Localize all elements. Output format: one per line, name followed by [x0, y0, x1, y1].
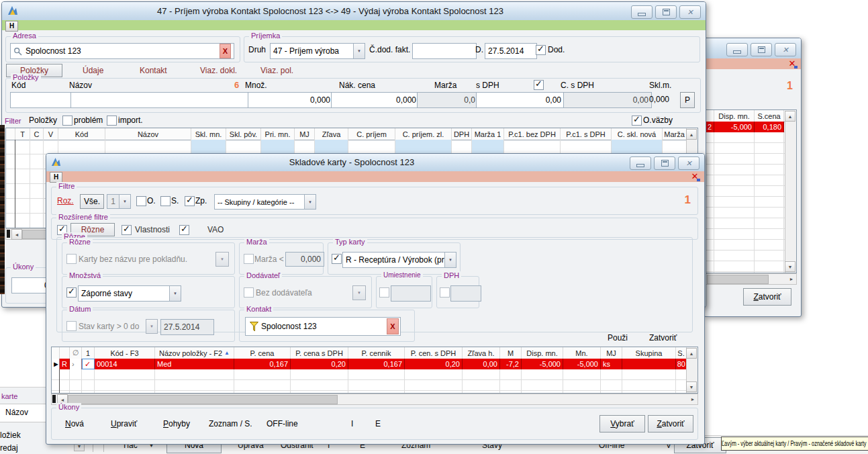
ovazby-checkbox[interactable] [632, 116, 642, 126]
right-titlebar[interactable]: ✕ [704, 38, 801, 59]
mnozstva-checkbox[interactable] [66, 287, 77, 298]
dodavatel-checkbox[interactable] [244, 287, 254, 298]
column-header-nazov[interactable]: Názov [105, 128, 191, 140]
vybrat-button[interactable]: Vybrať [599, 415, 645, 433]
marza-checkbox[interactable] [244, 254, 254, 264]
mnoz-input[interactable]: 0,000 [248, 92, 334, 108]
kod-input[interactable] [10, 92, 73, 108]
column-header-marza1[interactable]: Marža 1 [472, 128, 504, 140]
skupiny-combo[interactable]: -- Skupiny / kategórie --▼ [214, 194, 316, 210]
column-header-s[interactable]: S. [676, 347, 687, 359]
cell-selected-check[interactable]: ✓ [82, 359, 95, 369]
nak-cena-input[interactable]: 0,000 [331, 92, 420, 108]
s-checkbox[interactable] [160, 196, 171, 206]
sdph-checkbox[interactable] [534, 80, 544, 90]
minimize-button[interactable] [630, 156, 651, 170]
tab-kontakt[interactable]: Kontakt [140, 66, 167, 75]
close-button[interactable]: ✕ [679, 5, 701, 19]
chevron-down-icon[interactable]: ▼ [444, 253, 456, 267]
right-selected-row[interactable]: 2 -5,000 0,180 [706, 122, 784, 132]
chevron-down-icon[interactable]: ▼ [304, 195, 316, 209]
scroll-up-icon[interactable]: ▲ [686, 348, 697, 359]
column-header-p-cennik[interactable]: P. cennik [348, 347, 405, 359]
column-header-scena[interactable]: S.cena [755, 110, 784, 122]
dph-checkbox[interactable] [440, 287, 450, 298]
right-vertical-scrollbar[interactable] [785, 122, 796, 273]
column-header-c-skl-nova[interactable]: C. skl. nová [612, 128, 663, 140]
scrollbar-thumb[interactable] [707, 275, 769, 284]
column-header-skl-mn[interactable]: Skl. mn. [191, 128, 226, 140]
roz-link[interactable]: Roz. [57, 196, 74, 206]
column-header-1[interactable]: 1 [82, 347, 95, 359]
column-header-v[interactable]: V [44, 128, 58, 140]
column-header-c-prijem-zl[interactable]: C. príjem. zl. [395, 128, 452, 140]
column-header-mj[interactable]: MJ [295, 128, 315, 140]
typ-karty-checkbox[interactable] [332, 254, 342, 264]
nova-link[interactable]: Nová [65, 419, 84, 428]
column-header-m[interactable]: M [500, 347, 522, 359]
column-header-c-prijem[interactable]: C. príjem [348, 128, 395, 140]
scrollbar-thumb[interactable] [68, 395, 338, 404]
zatvorit-button[interactable]: Zatvoriť [648, 415, 693, 433]
scroll-right-icon[interactable]: ► [688, 394, 697, 404]
close-button[interactable]: ✕ [678, 156, 700, 170]
i-link[interactable]: I [351, 419, 353, 428]
scroll-down-icon[interactable]: ▼ [785, 261, 795, 272]
pohyby-link[interactable]: Pohyby [163, 419, 190, 428]
pouzi-link[interactable]: Použi [608, 333, 628, 343]
datum-checkbox[interactable] [66, 321, 77, 331]
import-checkbox[interactable] [107, 116, 117, 126]
druh-combo[interactable]: 47 - Príjem výroba▼ [270, 43, 365, 59]
column-header-t[interactable]: T [15, 128, 30, 140]
zp-checkbox[interactable] [185, 196, 195, 206]
column-header-c[interactable]: C [30, 128, 44, 140]
column-header-p-cena-s-dph[interactable]: P. cena s DPH [291, 347, 348, 359]
column-header-kod[interactable]: Kód [58, 128, 105, 140]
skladove-titlebar[interactable]: Skladové karty - Spolocnost 123 ✕ [46, 154, 704, 172]
typ-karty-combo[interactable]: R - Receptúra / Výrobok (prie▼ [342, 252, 456, 268]
column-header-p-cen-s-dph[interactable]: P. cen. s DPH [405, 347, 463, 359]
tab-viaz-pol[interactable]: Viaz. pol. [260, 66, 293, 75]
e-link[interactable]: E [375, 419, 381, 428]
maximize-button[interactable] [655, 5, 677, 19]
clear-filter-icon[interactable]: ✕ [689, 171, 700, 181]
maximize-button[interactable] [654, 156, 675, 170]
kontakt-input[interactable]: Spolocnost 123 X [245, 317, 401, 336]
chevron-down-icon[interactable]: ▼ [353, 44, 365, 58]
minimize-button[interactable] [726, 43, 748, 56]
karty-horizontal-scrollbar[interactable]: ◄ ► [51, 394, 698, 405]
column-header-skl-pov[interactable]: Skl. pôv. [226, 128, 261, 140]
selected-card-row[interactable]: ► R › ✓ 00014 Med 0,167 0,20 0,167 0,20 … [52, 359, 687, 369]
column-header-mn[interactable]: Mn. [563, 347, 601, 359]
zoznam-link[interactable]: Zoznam / S. [209, 419, 252, 428]
umiestnenie-input[interactable] [391, 285, 431, 302]
o-checkbox[interactable] [136, 196, 146, 206]
dph-input[interactable] [450, 285, 481, 302]
clear-kontakt-button[interactable]: X [387, 318, 399, 334]
column-header-disp-mn[interactable]: Disp. mn. [714, 110, 755, 122]
upravit-link[interactable]: Upraviť [111, 419, 137, 428]
right-zatvorit-button[interactable]: Zatvoriť [743, 288, 791, 306]
column-header-pc1-s-dph[interactable]: P.c1. s DPH [561, 128, 612, 140]
right-horizontal-scrollbar[interactable]: ► [706, 273, 797, 285]
clear-adresa-button[interactable]: X [220, 44, 231, 58]
column-header-pc1-bez-dph[interactable]: P.c1. bez DPH [504, 128, 561, 140]
scroll-up-icon[interactable]: ▲ [686, 129, 697, 140]
column-header-zlava-h[interactable]: Zľava h. [463, 347, 500, 359]
p-button[interactable]: P [680, 92, 695, 108]
column-header-dph[interactable]: DPH [452, 128, 472, 140]
column-header-nazov-f2[interactable]: Názov položky - F2▲ [155, 347, 234, 359]
column-header-mj[interactable]: MJ [601, 347, 622, 359]
karty-bez-nazvu-checkbox[interactable] [66, 254, 77, 264]
adresa-input[interactable]: Spolocnost 123 X [10, 43, 234, 59]
h-button[interactable]: H [5, 21, 18, 32]
attachment-column-header[interactable]: ∅ [70, 347, 82, 359]
umiestnenie-checkbox[interactable] [379, 287, 389, 298]
chevron-down-icon[interactable]: ▼ [169, 286, 181, 301]
column-header-kod-f3[interactable]: Kód - F3 [95, 347, 155, 359]
close-button[interactable]: ✕ [775, 43, 796, 56]
zatvorit-link[interactable]: Zatvoriť [649, 333, 677, 343]
column-header-p-cena[interactable]: P. cena [234, 347, 291, 359]
scroll-left-icon[interactable]: ◄ [11, 229, 22, 240]
offline-link[interactable]: OFF-line [267, 419, 298, 428]
